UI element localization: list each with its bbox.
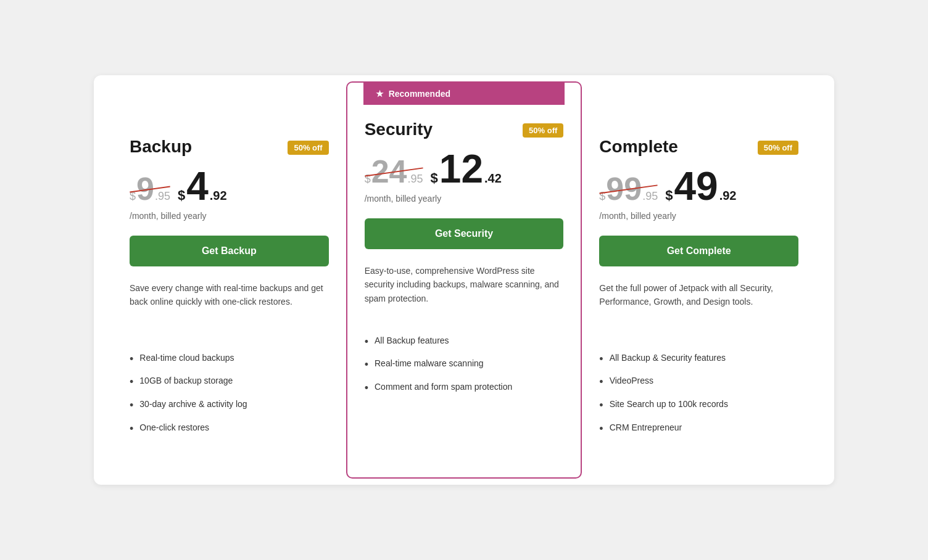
plan-name-complete: Complete	[599, 137, 678, 157]
plan-header-backup: Backup 50% off	[130, 137, 329, 157]
billing-period-backup: /month, billed yearly	[130, 211, 329, 221]
plan-description-backup: Save every change with real-time backups…	[130, 281, 329, 331]
feature-item: One-click restores	[130, 418, 329, 441]
feature-item: CRM Entrepreneur	[599, 418, 798, 441]
sale-dollar-complete: $	[665, 187, 673, 204]
pricing-container: Backup 50% off $ 9 .95 $ 4 .92 /month, b…	[94, 75, 834, 485]
original-price-complete: $ 99 .95	[599, 173, 658, 205]
features-list-complete: All Backup & Security featuresVideoPress…	[599, 348, 798, 440]
sale-amount-complete: 49	[674, 167, 718, 206]
original-amount-complete: 99	[606, 173, 642, 205]
sale-price-complete: $ 49 .92	[665, 167, 736, 206]
cta-button-complete[interactable]: Get Complete	[599, 236, 798, 266]
original-cents-backup: .95	[155, 190, 170, 203]
sale-amount-security: 12	[439, 149, 483, 189]
original-dollar-security: $	[365, 173, 371, 186]
billing-period-complete: /month, billed yearly	[599, 211, 798, 221]
original-amount-security: 24	[371, 155, 407, 187]
original-price-security: $ 24 .95	[365, 155, 423, 187]
pricing-block-complete: $ 99 .95 $ 49 .92	[599, 167, 798, 206]
original-cents-complete: .95	[642, 190, 658, 203]
plan-header-complete: Complete 50% off	[599, 137, 798, 157]
features-list-security: All Backup featuresReal-time malware sca…	[365, 331, 564, 400]
plan-content-complete: Complete 50% off $ 99 .95 $ 49 .92 /mont…	[599, 120, 798, 440]
cta-button-backup[interactable]: Get Backup	[130, 236, 329, 266]
plan-name-backup: Backup	[130, 137, 192, 157]
plan-content-security: Security 50% off $ 24 .95 $ 12 .42 /mont…	[365, 105, 564, 400]
discount-badge-security: 50% off	[523, 123, 563, 138]
feature-item: All Backup features	[365, 331, 564, 354]
original-price-backup: $ 9 .95	[130, 173, 170, 205]
sale-cents-complete: .92	[719, 189, 737, 203]
pricing-block-backup: $ 9 .95 $ 4 .92	[130, 167, 329, 206]
plan-card-backup: Backup 50% off $ 9 .95 $ 4 .92 /month, b…	[112, 100, 346, 460]
feature-item: 10GB of backup storage	[130, 371, 329, 394]
features-list-backup: Real-time cloud backups10GB of backup st…	[130, 348, 329, 440]
sale-dollar-backup: $	[178, 187, 185, 204]
original-dollar-backup: $	[130, 190, 136, 203]
cta-button-security[interactable]: Get Security	[365, 218, 564, 249]
billing-period-security: /month, billed yearly	[365, 194, 564, 204]
plan-content-backup: Backup 50% off $ 9 .95 $ 4 .92 /month, b…	[130, 120, 329, 440]
original-amount-backup: 9	[136, 173, 154, 205]
pricing-block-security: $ 24 .95 $ 12 .42	[365, 149, 564, 189]
sale-cents-security: .42	[484, 171, 502, 186]
sale-price-backup: $ 4 .92	[178, 167, 227, 206]
discount-badge-backup: 50% off	[288, 141, 328, 155]
sale-amount-backup: 4	[186, 167, 209, 206]
plan-name-security: Security	[365, 120, 433, 139]
feature-item: Real-time cloud backups	[130, 348, 329, 371]
feature-item: Comment and form spam protection	[365, 377, 564, 400]
feature-item: Site Search up to 100k records	[599, 394, 798, 418]
original-cents-security: .95	[408, 173, 423, 186]
feature-item: 30-day archive & activity log	[130, 394, 329, 418]
star-icon: ★	[376, 89, 384, 99]
plan-header-security: Security 50% off	[365, 120, 564, 139]
feature-item: Real-time malware scanning	[365, 353, 564, 377]
plan-description-security: Easy-to-use, comprehensive WordPress sit…	[365, 264, 564, 313]
feature-item: VideoPress	[599, 371, 798, 394]
sale-price-security: $ 12 .42	[431, 149, 502, 189]
recommended-badge: ★ Recommended	[363, 83, 565, 105]
recommended-label: Recommended	[389, 89, 450, 99]
plan-description-complete: Get the full power of Jetpack with all S…	[599, 281, 798, 331]
sale-dollar-security: $	[431, 170, 438, 186]
plan-card-security: ★ Recommended Security 50% off $ 24 .95 …	[346, 81, 582, 479]
plan-card-complete: Complete 50% off $ 99 .95 $ 49 .92 /mont…	[582, 100, 816, 460]
feature-item: All Backup & Security features	[599, 348, 798, 371]
discount-badge-complete: 50% off	[758, 141, 798, 155]
sale-cents-backup: .92	[210, 189, 227, 203]
original-dollar-complete: $	[599, 190, 605, 203]
